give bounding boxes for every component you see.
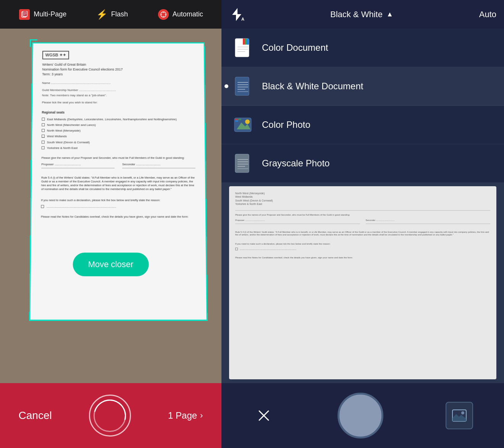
bw-document-option[interactable]: Black & White Document <box>221 67 504 106</box>
svg-point-42 <box>461 411 464 414</box>
doc-proposer-label: Please give the names of your Proposer a… <box>41 156 195 160</box>
bw-document-label: Black & White Document <box>262 81 363 92</box>
doc-declaration-note: If you need to make such a declaration, … <box>41 198 195 202</box>
selected-indicator <box>225 84 228 88</box>
preview-document: North West (Merseyside) West Midlands So… <box>229 186 496 379</box>
flash-label: Flash <box>111 10 128 18</box>
multi-page-icon <box>19 9 30 20</box>
move-closer-tooltip: Move closer <box>73 253 149 276</box>
camera-view: WGSB ✦✦ Writers' Guild of Great Britain … <box>0 29 221 383</box>
gallery-button[interactable] <box>446 402 473 429</box>
preview-checkbox: ........................................… <box>235 248 490 251</box>
preview-doc-content: North West (Merseyside) West Midlands So… <box>229 186 496 267</box>
page-count-button[interactable]: 1 Page › <box>168 410 203 421</box>
doc-logo: WGSB ✦✦ <box>42 51 69 60</box>
right-shutter-button[interactable] <box>338 393 383 438</box>
shutter-button[interactable] <box>89 395 131 437</box>
color-doc-icon <box>233 38 253 58</box>
dropdown-menu: Color Document Black & White Document <box>221 29 504 182</box>
gallery-icon <box>452 409 467 422</box>
doc-seat-1: East Midlands (Derbyshire, Leicestershir… <box>42 117 195 121</box>
left-topbar: Multi-Page ⚡ Flash Automa <box>0 0 221 29</box>
flash-icon: ⚡ <box>96 9 108 20</box>
chevron-right-icon: › <box>200 411 203 421</box>
doc-seat-5: South West (Devon & Cornwall) <box>42 140 195 144</box>
auto-button[interactable]: Auto <box>479 10 496 19</box>
automatic-label: Automatic <box>173 10 203 18</box>
preview-area: North West (Merseyside) West Midlands So… <box>221 182 504 383</box>
scan-document: WGSB ✦✦ Writers' Guild of Great Britain … <box>29 42 207 321</box>
color-document-option[interactable]: Color Document <box>221 29 504 67</box>
svg-rect-32 <box>235 154 249 172</box>
svg-rect-30 <box>238 119 241 120</box>
shutter-inner <box>94 400 126 432</box>
doc-rule-paragraph: Rule 5.4 (i) of the Writers' Guild state… <box>41 176 196 192</box>
preview-proposer: Please give the names of your Proposer a… <box>235 214 490 217</box>
doc-proposer-field: Proposer ............................... <box>41 162 115 168</box>
right-topbar: A Black & White ▲ Auto <box>221 0 504 29</box>
grayscale-photo-option[interactable]: Grayscale Photo <box>221 144 504 182</box>
doc-seat-label: Please tick the seat you wish to stand f… <box>42 100 195 105</box>
multi-page-button[interactable]: Multi-Page <box>18 8 66 21</box>
page-count-label: 1 Page <box>168 410 197 421</box>
mode-selector-button[interactable]: Black & White ▲ <box>330 10 393 19</box>
grayscale-photo-label: Grayscale Photo <box>262 158 330 169</box>
svg-rect-13 <box>243 39 245 45</box>
preview-read-notes: Please read the Notes for Candidates ove… <box>235 256 490 259</box>
chevron-up-icon: ▲ <box>386 10 393 18</box>
grayscale-doc-icon <box>233 153 253 173</box>
color-document-label: Color Document <box>262 42 328 53</box>
doc-seat-6: Yorkshire & North East <box>42 146 195 150</box>
svg-rect-14 <box>245 39 247 45</box>
color-photo-label: Color Photo <box>262 119 310 130</box>
doc-name-label: Name ...................................… <box>42 81 195 85</box>
doc-seat-4: West Midlands <box>42 134 195 139</box>
right-panel: A Black & White ▲ Auto <box>221 0 504 448</box>
cancel-button[interactable]: Cancel <box>19 409 52 422</box>
doc-seat-3: North West (Merseyside) <box>42 129 195 133</box>
svg-point-28 <box>245 119 250 124</box>
right-bottombar <box>221 383 504 448</box>
corner-marker-tl <box>30 39 37 47</box>
preview-declaration: If you need to make such a declaration, … <box>235 243 490 246</box>
doc-membership-note: Note: Two members may stand as a "job-sh… <box>42 93 195 97</box>
multi-page-label: Multi-Page <box>34 10 66 18</box>
svg-marker-41 <box>452 414 466 421</box>
flash-button[interactable]: ⚡ Flash <box>96 8 128 21</box>
doc-seconder-field: Seconder ............................. <box>122 162 195 168</box>
auto-sub-label: A <box>241 17 244 21</box>
doc-seat-2: North West (Manchester and Lancs) <box>42 123 195 127</box>
shutter-arc <box>88 393 132 438</box>
doc-title: Writers' Guild of Great Britain Nominati… <box>42 63 194 77</box>
mode-label: Black & White <box>330 10 383 19</box>
left-panel: Multi-Page ⚡ Flash Automa <box>0 0 221 448</box>
document-content: WGSB ✦✦ Writers' Guild of Great Britain … <box>31 44 206 229</box>
bw-doc-icon <box>233 76 253 96</box>
automatic-button[interactable]: Automatic <box>157 8 203 21</box>
left-bottombar: Cancel 1 Page › <box>0 383 221 448</box>
svg-rect-20 <box>235 77 249 95</box>
move-closer-text: Move closer <box>88 259 134 269</box>
close-button[interactable] <box>252 404 275 427</box>
flash-auto-button[interactable]: A <box>229 7 244 22</box>
color-photo-option[interactable]: Color Photo <box>221 106 504 144</box>
svg-rect-29 <box>235 119 238 120</box>
color-photo-icon <box>233 115 253 135</box>
doc-membership-label: Guild Membership Number ................… <box>42 88 195 92</box>
svg-rect-31 <box>235 120 238 122</box>
preview-rule: Rule 5.4 (i) of the Writers' Guild state… <box>235 231 490 237</box>
svg-marker-10 <box>232 8 241 21</box>
doc-read-notes: Please read the Notes for Candidates ove… <box>41 215 196 219</box>
svg-rect-15 <box>247 39 249 45</box>
doc-regional-title: Regional seats <box>42 110 195 115</box>
auto-icon <box>158 9 169 20</box>
doc-declaration-check: ........................................… <box>41 205 195 209</box>
